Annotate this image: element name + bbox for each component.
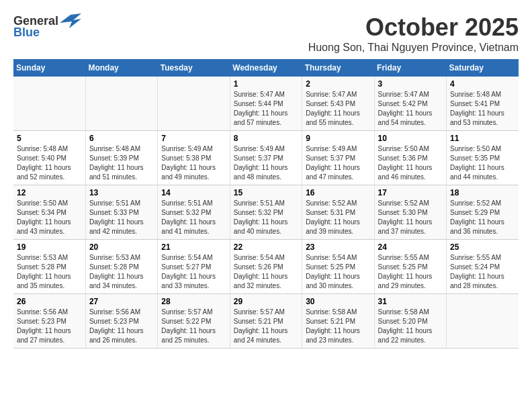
calendar-cell: 10Sunrise: 5:50 AMSunset: 5:36 PMDayligh… [374, 131, 446, 185]
day-number: 14 [161, 188, 226, 197]
day-info: Sunrise: 5:53 AMSunset: 5:28 PMDaylight:… [17, 253, 82, 291]
day-number: 21 [161, 242, 226, 252]
weekday-header-saturday: Saturday [447, 59, 519, 77]
calendar-cell: 13Sunrise: 5:51 AMSunset: 5:33 PMDayligh… [85, 185, 157, 240]
day-number: 10 [378, 134, 443, 143]
day-info: Sunrise: 5:50 AMSunset: 5:35 PMDaylight:… [450, 144, 515, 182]
week-row-2: 5Sunrise: 5:48 AMSunset: 5:40 PMDaylight… [13, 131, 519, 185]
calendar-cell: 14Sunrise: 5:51 AMSunset: 5:32 PMDayligh… [158, 185, 230, 240]
day-number: 23 [306, 242, 370, 252]
calendar-cell: 11Sunrise: 5:50 AMSunset: 5:35 PMDayligh… [447, 131, 519, 185]
day-number: 20 [89, 242, 154, 252]
day-info: Sunrise: 5:47 AMSunset: 5:43 PMDaylight:… [306, 90, 370, 128]
calendar-cell: 21Sunrise: 5:54 AMSunset: 5:27 PMDayligh… [158, 240, 230, 294]
day-number: 24 [378, 242, 443, 252]
day-info: Sunrise: 5:51 AMSunset: 5:32 PMDaylight:… [161, 199, 226, 236]
day-number: 15 [234, 188, 298, 197]
day-number: 16 [306, 188, 370, 197]
calendar-cell: 27Sunrise: 5:56 AMSunset: 5:23 PMDayligh… [85, 294, 157, 349]
day-info: Sunrise: 5:52 AMSunset: 5:29 PMDaylight:… [450, 199, 515, 236]
calendar-cell [447, 294, 519, 349]
day-number: 27 [89, 297, 154, 306]
day-info: Sunrise: 5:52 AMSunset: 5:30 PMDaylight:… [378, 199, 443, 236]
week-row-3: 12Sunrise: 5:50 AMSunset: 5:34 PMDayligh… [13, 185, 519, 240]
calendar-cell: 18Sunrise: 5:52 AMSunset: 5:29 PMDayligh… [447, 185, 519, 240]
day-number: 12 [17, 188, 82, 197]
day-number: 19 [17, 242, 82, 252]
calendar-cell: 20Sunrise: 5:53 AMSunset: 5:28 PMDayligh… [85, 240, 157, 294]
week-row-1: 1Sunrise: 5:47 AMSunset: 5:44 PMDaylight… [13, 77, 519, 131]
day-info: Sunrise: 5:51 AMSunset: 5:32 PMDaylight:… [234, 199, 298, 236]
calendar-cell [13, 77, 85, 131]
weekday-header-monday: Monday [85, 59, 157, 77]
day-info: Sunrise: 5:49 AMSunset: 5:38 PMDaylight:… [161, 144, 226, 182]
title-section: October 2025 Huong Son, Thai Nguyen Prov… [308, 13, 519, 54]
day-number: 31 [378, 297, 443, 306]
weekday-header-thursday: Thursday [302, 59, 374, 77]
logo: General Blue [13, 13, 81, 40]
calendar-cell: 7Sunrise: 5:49 AMSunset: 5:38 PMDaylight… [158, 131, 230, 185]
day-number: 1 [234, 79, 298, 89]
day-info: Sunrise: 5:58 AMSunset: 5:21 PMDaylight:… [306, 308, 370, 345]
weekday-header-friday: Friday [374, 59, 446, 77]
day-info: Sunrise: 5:51 AMSunset: 5:33 PMDaylight:… [89, 199, 154, 236]
calendar-cell: 24Sunrise: 5:55 AMSunset: 5:25 PMDayligh… [374, 240, 446, 294]
day-number: 8 [234, 134, 298, 143]
calendar-cell: 2Sunrise: 5:47 AMSunset: 5:43 PMDaylight… [302, 77, 374, 131]
day-info: Sunrise: 5:49 AMSunset: 5:37 PMDaylight:… [234, 144, 298, 182]
day-number: 22 [234, 242, 298, 252]
day-number: 30 [306, 297, 370, 306]
day-number: 28 [161, 297, 226, 306]
day-number: 25 [450, 242, 515, 252]
weekday-header-sunday: Sunday [13, 59, 85, 77]
calendar-cell [85, 77, 157, 131]
day-info: Sunrise: 5:54 AMSunset: 5:25 PMDaylight:… [306, 253, 370, 291]
day-number: 2 [306, 79, 370, 89]
calendar-cell: 6Sunrise: 5:48 AMSunset: 5:39 PMDaylight… [85, 131, 157, 185]
day-number: 3 [378, 79, 443, 89]
day-info: Sunrise: 5:54 AMSunset: 5:26 PMDaylight:… [234, 253, 298, 291]
day-number: 26 [17, 297, 82, 306]
calendar-cell: 16Sunrise: 5:52 AMSunset: 5:31 PMDayligh… [302, 185, 374, 240]
logo-bird-icon [60, 13, 81, 28]
day-info: Sunrise: 5:53 AMSunset: 5:28 PMDaylight:… [89, 253, 154, 291]
day-info: Sunrise: 5:56 AMSunset: 5:23 PMDaylight:… [17, 308, 82, 345]
day-info: Sunrise: 5:48 AMSunset: 5:40 PMDaylight:… [17, 144, 82, 182]
day-info: Sunrise: 5:54 AMSunset: 5:27 PMDaylight:… [161, 253, 226, 291]
calendar-cell: 1Sunrise: 5:47 AMSunset: 5:44 PMDaylight… [230, 77, 302, 131]
calendar-table: SundayMondayTuesdayWednesdayThursdayFrid… [13, 59, 519, 349]
day-info: Sunrise: 5:49 AMSunset: 5:37 PMDaylight:… [306, 144, 370, 182]
day-number: 9 [306, 134, 370, 143]
calendar-cell: 26Sunrise: 5:56 AMSunset: 5:23 PMDayligh… [13, 294, 85, 349]
weekday-header-row: SundayMondayTuesdayWednesdayThursdayFrid… [13, 59, 519, 77]
location-subtitle: Huong Son, Thai Nguyen Province, Vietnam [308, 42, 519, 54]
day-number: 13 [89, 188, 154, 197]
day-info: Sunrise: 5:48 AMSunset: 5:41 PMDaylight:… [450, 90, 515, 128]
calendar-cell [158, 77, 230, 131]
day-info: Sunrise: 5:52 AMSunset: 5:31 PMDaylight:… [306, 199, 370, 236]
day-info: Sunrise: 5:56 AMSunset: 5:23 PMDaylight:… [89, 308, 154, 345]
calendar-cell: 29Sunrise: 5:57 AMSunset: 5:21 PMDayligh… [230, 294, 302, 349]
day-info: Sunrise: 5:50 AMSunset: 5:34 PMDaylight:… [17, 199, 82, 236]
calendar-cell: 30Sunrise: 5:58 AMSunset: 5:21 PMDayligh… [302, 294, 374, 349]
day-info: Sunrise: 5:58 AMSunset: 5:20 PMDaylight:… [378, 308, 443, 345]
calendar-cell: 4Sunrise: 5:48 AMSunset: 5:41 PMDaylight… [447, 77, 519, 131]
calendar-cell: 23Sunrise: 5:54 AMSunset: 5:25 PMDayligh… [302, 240, 374, 294]
calendar-cell: 8Sunrise: 5:49 AMSunset: 5:37 PMDaylight… [230, 131, 302, 185]
month-year-title: October 2025 [308, 13, 519, 42]
day-number: 11 [450, 134, 515, 143]
day-number: 7 [161, 134, 226, 143]
calendar-cell: 3Sunrise: 5:47 AMSunset: 5:42 PMDaylight… [374, 77, 446, 131]
day-info: Sunrise: 5:57 AMSunset: 5:21 PMDaylight:… [234, 308, 298, 345]
week-row-4: 19Sunrise: 5:53 AMSunset: 5:28 PMDayligh… [13, 240, 519, 294]
page-header: General Blue October 2025 Huong Son, Tha… [13, 13, 519, 54]
day-number: 17 [378, 188, 443, 197]
calendar-cell: 9Sunrise: 5:49 AMSunset: 5:37 PMDaylight… [302, 131, 374, 185]
day-number: 4 [450, 79, 515, 89]
calendar-cell: 31Sunrise: 5:58 AMSunset: 5:20 PMDayligh… [374, 294, 446, 349]
calendar-cell: 22Sunrise: 5:54 AMSunset: 5:26 PMDayligh… [230, 240, 302, 294]
day-info: Sunrise: 5:55 AMSunset: 5:25 PMDaylight:… [378, 253, 443, 291]
calendar-cell: 15Sunrise: 5:51 AMSunset: 5:32 PMDayligh… [230, 185, 302, 240]
svg-marker-0 [60, 13, 81, 28]
day-info: Sunrise: 5:47 AMSunset: 5:42 PMDaylight:… [378, 90, 443, 128]
